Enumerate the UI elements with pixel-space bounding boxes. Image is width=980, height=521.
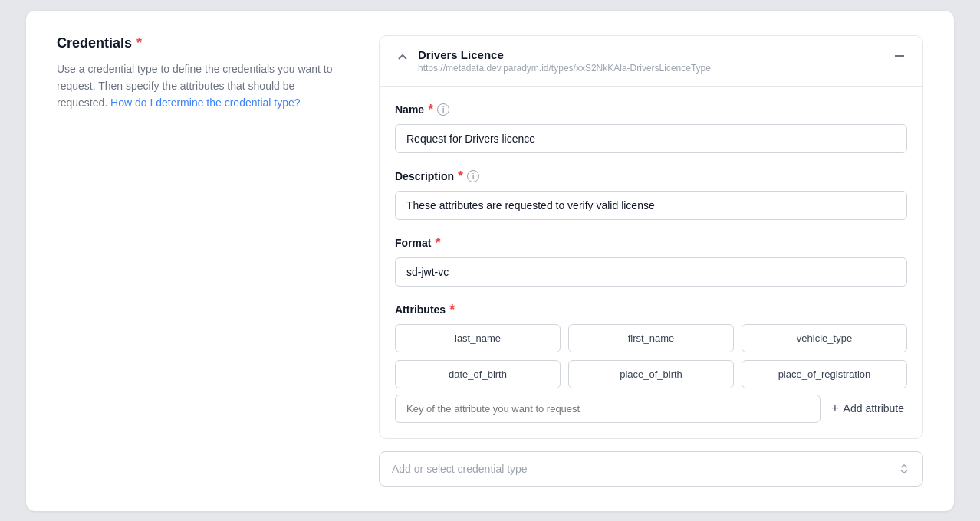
name-required-star: *: [428, 102, 433, 118]
description-field-group: Description * i: [395, 169, 907, 220]
credential-url: https://metadata.dev.paradym.id/types/xx…: [418, 63, 711, 74]
format-label: Format *: [395, 235, 907, 251]
add-attribute-label: Add attribute: [844, 402, 904, 415]
attribute-key-input[interactable]: [395, 395, 821, 423]
description-info-icon[interactable]: i: [467, 170, 479, 182]
credential-card-body: Name * i Description * i: [380, 87, 922, 438]
main-container: Credentials * Use a credential type to d…: [26, 11, 954, 511]
credential-card-header-left: Drivers Licence https://metadata.dev.par…: [395, 48, 711, 74]
attribute-chip[interactable]: last_name: [395, 324, 561, 352]
credential-card-header: Drivers Licence https://metadata.dev.par…: [380, 36, 922, 87]
attribute-chip[interactable]: first_name: [568, 324, 734, 352]
sidebar-required-star: *: [136, 35, 142, 51]
description-label: Description * i: [395, 169, 907, 185]
add-attribute-button[interactable]: + Add attribute: [828, 395, 907, 421]
add-credential-placeholder: Add or select credential type: [392, 463, 528, 475]
name-input[interactable]: [395, 124, 907, 153]
attribute-chip[interactable]: place_of_registration: [742, 360, 907, 388]
attribute-chip[interactable]: vehicle_type: [742, 324, 907, 352]
name-label: Name * i: [395, 102, 907, 118]
add-attribute-row: + Add attribute: [395, 395, 907, 423]
description-input[interactable]: [395, 191, 907, 220]
credential-title: Drivers Licence: [418, 48, 711, 61]
sidebar-title-text: Credentials: [57, 35, 132, 51]
description-required-star: *: [458, 169, 463, 185]
name-field-group: Name * i: [395, 102, 907, 153]
sidebar-title: Credentials *: [57, 35, 333, 51]
attribute-chip[interactable]: date_of_birth: [395, 360, 561, 388]
plus-icon: +: [831, 401, 838, 415]
name-info-icon[interactable]: i: [437, 103, 449, 116]
format-field-group: Format *: [395, 235, 907, 287]
attributes-required-star: *: [449, 302, 455, 318]
content-area: Drivers Licence https://metadata.dev.par…: [379, 35, 923, 487]
selector-arrows-icon: [898, 463, 910, 475]
remove-credential-button[interactable]: [892, 48, 907, 64]
credential-title-block: Drivers Licence https://metadata.dev.par…: [418, 48, 711, 74]
attributes-label: Attributes *: [395, 302, 907, 318]
format-input[interactable]: [395, 257, 907, 287]
credential-card: Drivers Licence https://metadata.dev.par…: [379, 35, 923, 439]
chevron-up-icon[interactable]: [395, 50, 410, 65]
attributes-field-group: Attributes * last_namefirst_namevehicle_…: [395, 302, 907, 423]
attributes-grid: last_namefirst_namevehicle_typedate_of_b…: [395, 324, 907, 388]
sidebar-help-link[interactable]: How do I determine the credential type?: [110, 97, 300, 109]
attribute-chip[interactable]: place_of_birth: [568, 360, 734, 388]
sidebar: Credentials * Use a credential type to d…: [57, 35, 333, 487]
add-credential-selector[interactable]: Add or select credential type: [379, 451, 923, 487]
sidebar-description: Use a credential type to define the cred…: [57, 61, 333, 112]
format-required-star: *: [435, 235, 440, 251]
